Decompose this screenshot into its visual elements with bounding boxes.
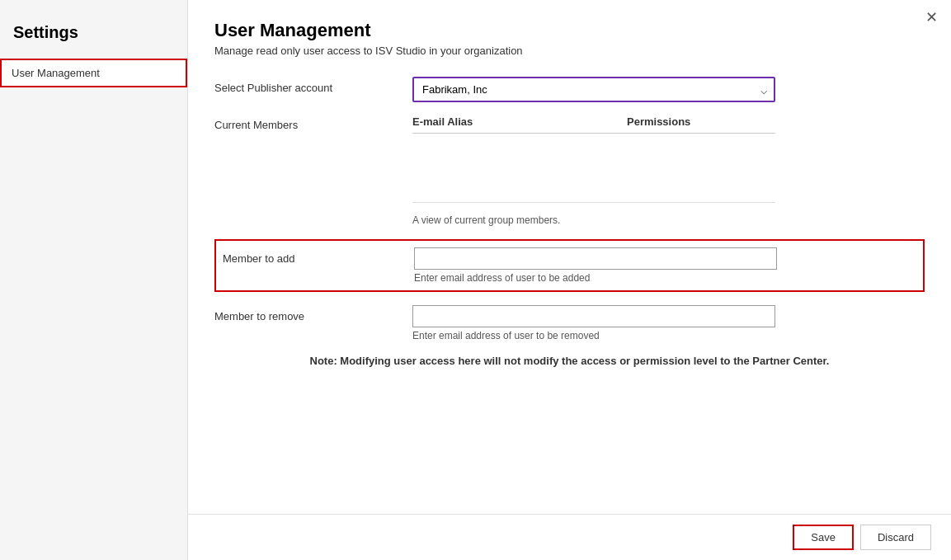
publisher-dropdown-wrapper: Fabrikam, Inc ⌵ — [412, 77, 775, 102]
publisher-label: Select Publisher account — [214, 77, 412, 94]
modal-container: Settings User Management ✕ User Manageme… — [0, 0, 951, 560]
note-section: Note: Modifying user access here will no… — [214, 355, 925, 367]
member-remove-label: Member to remove — [214, 305, 412, 322]
members-table: E-mail Alias Permissions — [412, 115, 925, 203]
member-remove-section: Member to remove Enter email address of … — [214, 305, 925, 341]
discard-button[interactable]: Discard — [860, 525, 931, 550]
publisher-row: Select Publisher account Fabrikam, Inc ⌵ — [214, 77, 925, 102]
member-remove-control: Enter email address of user to be remove… — [412, 305, 925, 341]
view-note: A view of current group members. — [412, 209, 775, 239]
close-button[interactable]: ✕ — [925, 10, 938, 25]
footer: Save Discard — [188, 514, 951, 560]
member-add-hint: Enter email address of user to be added — [414, 272, 916, 284]
members-empty-area — [412, 137, 775, 203]
save-button[interactable]: Save — [793, 525, 854, 550]
member-remove-hint: Enter email address of user to be remove… — [412, 330, 925, 341]
sidebar-item-user-management[interactable]: User Management — [0, 59, 187, 87]
member-add-section: Member to add Enter email address of use… — [214, 239, 925, 292]
current-members-section: Current Members E-mail Alias Permissions — [214, 115, 925, 203]
member-add-input[interactable] — [414, 247, 777, 270]
page-subtitle: Manage read only user access to ISV Stud… — [214, 45, 925, 57]
member-add-label: Member to add — [223, 247, 414, 265]
col-permissions-header: Permissions — [627, 115, 775, 128]
publisher-control: Fabrikam, Inc ⌵ — [412, 77, 925, 102]
members-table-header: E-mail Alias Permissions — [412, 115, 775, 134]
sidebar-item-label: User Management — [12, 67, 100, 79]
publisher-dropdown[interactable]: Fabrikam, Inc — [412, 77, 775, 102]
main-content: ✕ User Management Manage read only user … — [188, 0, 951, 560]
note-text: Note: Modifying user access here will no… — [310, 355, 830, 367]
current-members-label: Current Members — [214, 115, 412, 131]
sidebar: Settings User Management — [0, 0, 188, 560]
member-remove-input[interactable] — [412, 305, 775, 327]
page-title: User Management — [214, 20, 925, 41]
member-add-control: Enter email address of user to be added — [414, 247, 916, 284]
col-email-header: E-mail Alias — [412, 115, 627, 128]
sidebar-title: Settings — [0, 16, 187, 59]
